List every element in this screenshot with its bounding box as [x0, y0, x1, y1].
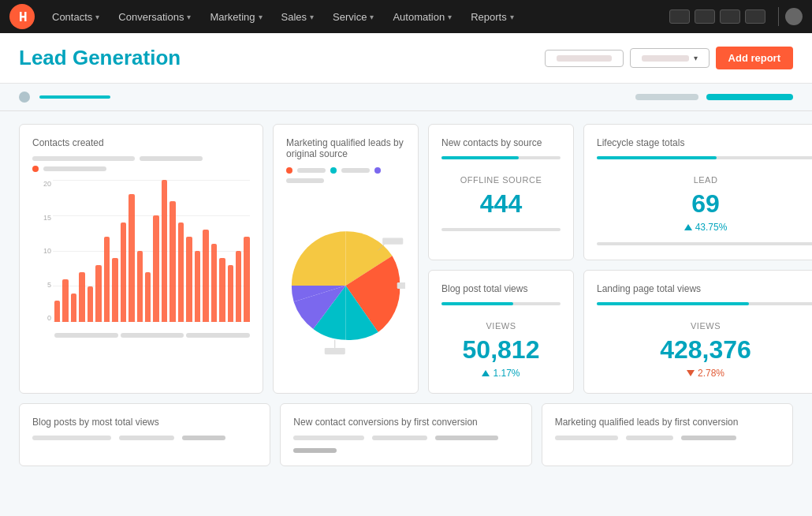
nav-icon-group: [669, 9, 765, 24]
toolbar-dot: [19, 92, 30, 103]
bottom-bar-3: [182, 436, 225, 440]
chevron-down-icon: ▾: [187, 13, 191, 21]
nav-sales[interactable]: Sales ▾: [272, 0, 324, 33]
bar: [54, 301, 60, 322]
metric-value: 69: [597, 189, 812, 219]
toolbar-right: [635, 94, 793, 100]
bottom-cards-row: Blog posts by most total views New conta…: [19, 403, 793, 466]
card-mq-first-conversion: Marketing qualified leads by first conve…: [542, 403, 793, 466]
metric-change: 43.75%: [597, 222, 812, 233]
bar: [236, 251, 241, 322]
nav-icon-4[interactable]: [745, 9, 765, 24]
card-lifecycle: Lifecycle stage totals LEAD 69 43.75%: [583, 124, 812, 260]
legend-dot: [32, 166, 39, 172]
nav-icon-2[interactable]: [695, 9, 715, 24]
chevron-down-icon: ▾: [694, 54, 698, 62]
page-header: Lead Generation ▾ Add report: [0, 33, 812, 84]
progress-fill: [597, 302, 749, 305]
date-range-button[interactable]: [545, 50, 624, 67]
legend-bar: [341, 168, 370, 173]
bar: [95, 265, 101, 322]
metric-value: 50,812: [441, 335, 561, 365]
navbar: Contacts ▾ Conversations ▾ Marketing ▾ S…: [0, 0, 812, 33]
source-label: OFFLINE SOURCE: [441, 175, 561, 185]
main-content: Contacts created 20 15 10 5 0: [0, 111, 812, 479]
svg-rect-17: [397, 282, 405, 289]
source-label: LEAD: [597, 175, 812, 185]
card-title: Landing page total views: [597, 283, 812, 294]
bar: [129, 194, 134, 322]
card-landing-views: Landing page total views VIEWS 428,376 2…: [583, 270, 812, 394]
card-mq-leads: Marketing qualified leads by original so…: [273, 124, 419, 394]
bar: [79, 272, 84, 322]
bar: [169, 201, 175, 322]
bar: [71, 294, 76, 322]
card-title: Lifecycle stage totals: [597, 137, 812, 148]
nav-divider: [778, 7, 779, 26]
toolbar-pill-1: [635, 94, 698, 100]
chevron-down-icon: ▾: [95, 13, 99, 21]
bar: [219, 258, 225, 322]
metric-value: 428,376: [597, 335, 812, 365]
toolbar: [0, 84, 812, 111]
legend-bar-2: [140, 156, 203, 161]
views-label: VIEWS: [441, 321, 561, 331]
chevron-down-icon: ▾: [370, 13, 374, 21]
nav-icon-3[interactable]: [720, 9, 740, 24]
bar: [104, 237, 110, 322]
card-blog-most-views: Blog posts by most total views: [19, 403, 270, 466]
page-title: Lead Generation: [19, 46, 181, 70]
x-labels: [54, 333, 250, 338]
bar: [88, 286, 93, 322]
nav-conversations[interactable]: Conversations ▾: [109, 0, 200, 33]
bar: [162, 180, 167, 322]
views-label: VIEWS: [597, 321, 812, 331]
bar: [195, 251, 200, 322]
up-arrow-icon: [482, 370, 490, 376]
legend-bar-1: [32, 156, 135, 161]
legend-label: [43, 166, 106, 171]
bottom-bar-2: [119, 436, 174, 440]
nav-icon-1[interactable]: [669, 9, 690, 24]
bottom-bar-2: [626, 436, 673, 440]
main-grid: Contacts created 20: [19, 124, 793, 394]
bar: [137, 251, 143, 322]
bar: [153, 215, 158, 322]
bar: [244, 237, 249, 322]
bar: [186, 237, 192, 322]
card-blog-views: Blog post total views VIEWS 50,812 1.17%: [428, 270, 574, 394]
svg-rect-14: [382, 238, 403, 245]
bar: [121, 222, 126, 322]
card-contacts-created: Contacts created 20: [19, 124, 263, 394]
nav-automation[interactable]: Automation ▾: [383, 0, 461, 33]
bottom-bar-1: [293, 436, 364, 440]
legend-bar: [297, 168, 326, 173]
bar: [62, 279, 68, 322]
metric-change-down: 2.78%: [597, 368, 812, 379]
pie-wrapper: [286, 191, 405, 380]
card-title: Marketing qualified leads by first conve…: [555, 417, 780, 428]
filter-button[interactable]: ▾: [630, 48, 710, 68]
nav-reports[interactable]: Reports ▾: [461, 0, 523, 33]
nav-contacts[interactable]: Contacts ▾: [43, 0, 109, 33]
legend-dot-teal: [330, 167, 337, 174]
bar: [145, 272, 151, 322]
bottom-bar-4: [293, 448, 337, 453]
metric-value: 444: [441, 189, 561, 219]
bottom-bar-1: [32, 436, 111, 440]
card-title: Marketing qualified leads by original so…: [286, 137, 405, 159]
header-actions: ▾ Add report: [545, 47, 793, 69]
progress-fill: [441, 302, 513, 305]
bar-chart-area: 20 15 10 5 0: [32, 180, 250, 338]
bottom-bar-3: [435, 436, 498, 440]
nav-service[interactable]: Service ▾: [323, 0, 383, 33]
bottom-bar-1: [555, 436, 618, 440]
nav-marketing[interactable]: Marketing ▾: [200, 0, 271, 33]
chevron-down-icon: ▾: [510, 13, 514, 21]
legend-dot-purple: [374, 167, 381, 174]
user-avatar[interactable]: [785, 8, 803, 25]
hubspot-logo[interactable]: [9, 4, 35, 29]
card-title: New contact conversions by first convers…: [293, 417, 518, 428]
card-title: Blog posts by most total views: [32, 417, 257, 428]
add-report-button[interactable]: Add report: [716, 47, 793, 69]
